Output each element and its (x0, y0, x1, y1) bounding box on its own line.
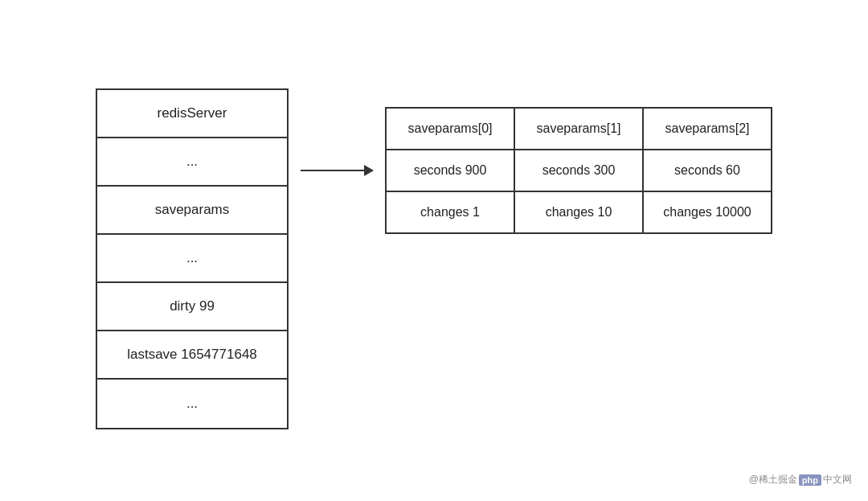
struct-cell-redis-server: redisServer (97, 90, 287, 138)
struct-cell-lastsave: lastsave 1654771648 (97, 331, 287, 380)
table-header-row: saveparams[0] saveparams[1] saveparams[2… (386, 108, 772, 150)
watermark-suffix: 中文网 (823, 473, 852, 487)
diagram-container: redisServer ... saveparams ... dirty 99 … (96, 88, 772, 429)
table-cell-changes-1: changes 10 (514, 191, 643, 233)
struct-cell-ellipsis-1: ... (97, 138, 287, 187)
table-cell-changes-0: changes 1 (386, 191, 514, 233)
struct-cell-ellipsis-3: ... (97, 380, 287, 428)
table-header-1: saveparams[1] (514, 108, 643, 150)
arrow-container (289, 170, 385, 171)
arrow-line (301, 170, 373, 171)
table-row-seconds: seconds 900 seconds 300 seconds 60 (386, 150, 772, 191)
table-cell-seconds-2: seconds 60 (643, 150, 772, 191)
struct-box: redisServer ... saveparams ... dirty 99 … (96, 88, 289, 429)
table-cell-seconds-0: seconds 900 (386, 150, 514, 191)
struct-cell-dirty: dirty 99 (97, 283, 287, 331)
table-cell-seconds-1: seconds 300 (514, 150, 643, 191)
watermark-php: php (799, 474, 821, 486)
struct-cell-saveparams: saveparams (97, 187, 287, 235)
table-row-changes: changes 1 changes 10 changes 10000 (386, 191, 772, 233)
table-cell-changes-2: changes 10000 (643, 191, 772, 233)
watermark: @稀土掘金 php 中文网 (749, 473, 852, 487)
saveparams-table: saveparams[0] saveparams[1] saveparams[2… (385, 107, 772, 234)
struct-cell-ellipsis-2: ... (97, 235, 287, 283)
watermark-prefix: @稀土掘金 (749, 473, 797, 487)
table-header-0: saveparams[0] (386, 108, 514, 150)
table-header-2: saveparams[2] (643, 108, 772, 150)
